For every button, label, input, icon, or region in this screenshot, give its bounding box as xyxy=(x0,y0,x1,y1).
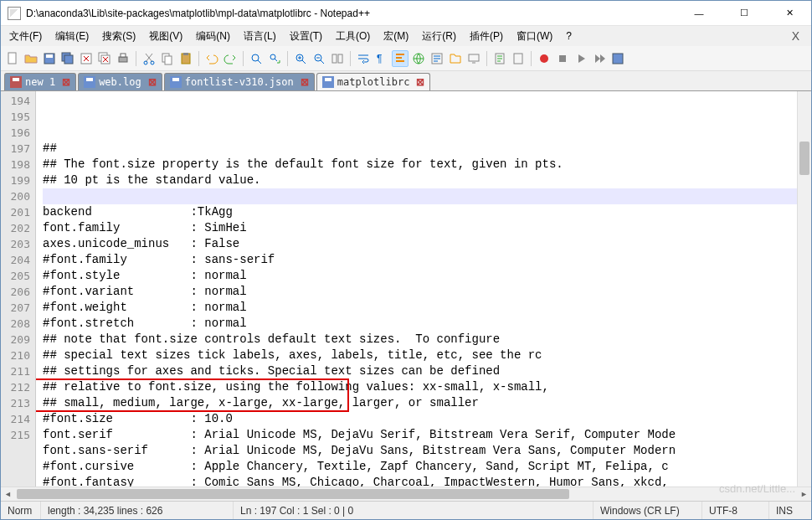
close-icon[interactable]: ⊠ xyxy=(416,76,424,88)
menu-edit[interactable]: 编辑(E) xyxy=(52,28,92,45)
code-line[interactable]: ## relative to font.size, using the foll… xyxy=(43,379,797,395)
sync-scroll-icon[interactable] xyxy=(329,50,346,67)
save-all-icon[interactable] xyxy=(59,50,76,67)
redo-icon[interactable] xyxy=(222,50,239,67)
code-line[interactable]: #font.stretch : normal xyxy=(43,316,797,332)
copy-icon[interactable] xyxy=(159,50,176,67)
zoom-in-icon[interactable] xyxy=(292,50,309,67)
tab-weblog[interactable]: web.log ⊠ xyxy=(78,73,162,90)
code-line[interactable]: #font.family : sans-serif xyxy=(43,252,797,268)
scroll-left-arrow[interactable]: ◄ xyxy=(1,487,15,501)
code-line[interactable]: #font.weight : normal xyxy=(43,300,797,316)
toolbar-separator xyxy=(243,51,244,66)
stop-macro-icon[interactable] xyxy=(554,50,571,67)
scrollbar-thumb[interactable] xyxy=(799,142,809,175)
menu-plugins[interactable]: 插件(P) xyxy=(466,28,506,45)
menu-tools[interactable]: 工具(O) xyxy=(332,28,373,45)
svg-rect-4 xyxy=(64,55,73,64)
menu-view[interactable]: 视图(V) xyxy=(146,28,186,45)
code-line[interactable]: #font.cursive : Apple Chancery, Textile,… xyxy=(43,459,797,475)
print-icon[interactable] xyxy=(115,50,131,67)
tab-label: fontlist-v310.json xyxy=(185,76,294,88)
save-macro-icon[interactable] xyxy=(609,50,626,67)
minimize-button[interactable]: — xyxy=(684,1,714,26)
word-wrap-icon[interactable] xyxy=(355,50,372,67)
close-all-icon[interactable] xyxy=(96,50,113,67)
menu-window[interactable]: 窗口(W) xyxy=(513,28,556,45)
cut-icon[interactable] xyxy=(141,50,157,67)
code-line[interactable]: ## special text sizes tick labels, axes,… xyxy=(43,348,797,363)
tab-matplotlibrc[interactable]: matplotlibrc ⊠ xyxy=(316,73,431,90)
code-line[interactable]: axes.unicode_minus : False xyxy=(43,236,797,252)
scroll-right-arrow[interactable]: ► xyxy=(797,487,811,501)
doc-list-icon[interactable] xyxy=(510,50,527,67)
code-line[interactable]: #font.style : normal xyxy=(43,268,797,284)
menu-search[interactable]: 搜索(S) xyxy=(99,28,139,45)
save-icon[interactable] xyxy=(41,50,58,67)
menu-file[interactable]: 文件(F) xyxy=(6,28,45,45)
menu-language[interactable]: 语言(L) xyxy=(240,28,280,45)
code-line[interactable]: #font.fantasy : Comic Sans MS, Chicago, … xyxy=(43,475,797,487)
menu-encoding[interactable]: 编码(N) xyxy=(193,28,234,45)
code-line[interactable]: ## xyxy=(43,141,797,157)
zoom-out-icon[interactable] xyxy=(311,50,327,67)
code-line[interactable]: #font.variant : normal xyxy=(43,284,797,300)
folder-tree-icon[interactable] xyxy=(447,50,464,67)
tab-label: matplotlibrc xyxy=(337,76,410,88)
code-line[interactable]: font.family : SimHei xyxy=(43,220,797,236)
play-multi-icon[interactable] xyxy=(591,50,608,67)
line-number: 204 xyxy=(3,252,30,268)
new-file-icon[interactable] xyxy=(4,50,21,67)
show-chars-icon[interactable]: ¶ xyxy=(373,50,390,67)
line-number: 202 xyxy=(3,220,30,236)
menu-run[interactable]: 运行(R) xyxy=(419,28,460,45)
horizontal-scrollbar[interactable]: ◄ ► xyxy=(1,487,811,501)
menu-close-x[interactable]: X xyxy=(785,29,806,43)
close-icon[interactable]: ⊠ xyxy=(148,76,157,88)
status-position: Ln : 197 Col : 1 Sel : 0 | 0 xyxy=(234,502,594,519)
code-line[interactable]: font.serif : Arial Unicode MS, DejaVu Se… xyxy=(43,427,797,443)
record-macro-icon[interactable] xyxy=(536,50,552,67)
code-line[interactable]: ## note that font.size controls default … xyxy=(43,332,797,348)
save-icon xyxy=(322,76,334,88)
svg-rect-29 xyxy=(559,55,566,62)
close-button[interactable]: ✕ xyxy=(774,1,804,26)
vertical-scrollbar[interactable] xyxy=(797,91,811,487)
replace-icon[interactable] xyxy=(266,50,283,67)
status-eol: Windows (CR LF) xyxy=(594,502,702,519)
find-icon[interactable] xyxy=(248,50,265,67)
play-macro-icon[interactable] xyxy=(573,50,589,67)
undo-icon[interactable] xyxy=(203,50,220,67)
close-icon[interactable]: ⊠ xyxy=(301,76,309,88)
maximize-button[interactable]: ☐ xyxy=(729,1,759,26)
scrollbar-track[interactable] xyxy=(15,487,797,501)
code-line[interactable]: #font.size : 10.0 xyxy=(43,411,797,427)
close-icon[interactable]: ⊠ xyxy=(62,76,70,88)
open-file-icon[interactable] xyxy=(23,50,39,67)
tab-bar: new 1 ⊠ web.log ⊠ fontlist-v310.json ⊠ m… xyxy=(1,71,811,91)
doc-map-icon[interactable] xyxy=(491,50,508,67)
code-line[interactable]: ## The font.size property is the default… xyxy=(43,157,797,172)
menu-help[interactable]: ? xyxy=(563,28,575,44)
menu-settings[interactable]: 设置(T) xyxy=(286,28,326,45)
code-line[interactable]: backend :TkAgg xyxy=(43,204,797,220)
code-line[interactable] xyxy=(43,188,797,204)
line-number: 201 xyxy=(3,204,30,220)
code-line[interactable]: ## settings for axes and ticks. Special … xyxy=(43,363,797,379)
indent-guide-icon[interactable] xyxy=(392,50,409,67)
paste-icon[interactable] xyxy=(177,50,194,67)
scrollbar-thumb[interactable] xyxy=(17,489,569,499)
toolbar-separator xyxy=(198,51,199,66)
code-line[interactable]: ## 10 pt is the standard value. xyxy=(43,172,797,188)
monitor-icon[interactable] xyxy=(465,50,482,67)
code-line[interactable]: ## small, medium, large, x-large, xx-lar… xyxy=(43,395,797,411)
close-file-icon[interactable] xyxy=(78,50,95,67)
code-editor[interactable]: #### The font.size property is the defau… xyxy=(36,91,797,487)
tab-new1[interactable]: new 1 ⊠ xyxy=(4,73,76,90)
code-line[interactable]: font.sans-serif : Arial Unicode MS, Deja… xyxy=(43,443,797,459)
status-encoding: UTF-8 xyxy=(702,502,769,519)
function-list-icon[interactable] xyxy=(429,50,445,67)
lang-icon[interactable] xyxy=(410,50,427,67)
menu-macro[interactable]: 宏(M) xyxy=(380,28,412,45)
tab-fontlist[interactable]: fontlist-v310.json ⊠ xyxy=(164,73,315,90)
